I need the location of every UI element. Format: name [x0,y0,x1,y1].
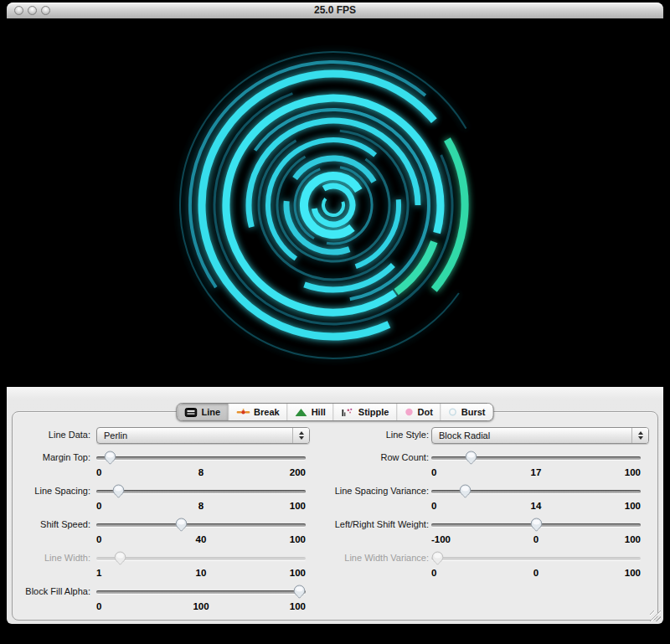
slider-row-block-fill-alpha: Block Fill Alpha:0100100 [7,583,325,616]
tab-label: Line [201,407,220,417]
tab-line[interactable]: Line [177,404,229,420]
margin-top-label: Margin Top: [7,452,90,464]
line-spacing-variance-slider-track[interactable] [431,490,641,493]
resize-grip-icon[interactable] [650,611,661,621]
line-spacing-values: 08100 [96,501,306,513]
slider-row-shift-speed: Shift Speed:040100 [7,516,325,549]
line-width-value: 10 [96,568,306,578]
line-width-variance-values: 00100 [431,568,641,580]
minimize-button[interactable] [28,6,37,15]
title-bar[interactable]: 25.0 FPS [7,3,663,19]
tab-break[interactable]: Break [229,404,288,420]
slider-row-line-width-variance: Line Width Variance:00100 [291,549,610,583]
block-fill-alpha-value: 100 [96,601,306,611]
tab-stipple[interactable]: Stipple [334,404,398,420]
block-fill-alpha-slider-track[interactable] [96,590,306,594]
line-data-popup[interactable]: Perlin [96,427,310,444]
slider-row-margin-top: Margin Top:08200 [7,449,325,482]
line-data-label: Line Data: [7,430,90,441]
line-spacing-variance-values: 014100 [431,501,641,513]
line-spacing-variance-slider-thumb[interactable] [459,484,472,498]
line-spacing-variance-max: 100 [625,501,641,511]
line-width-slider-track[interactable] [96,557,306,560]
shift-speed-values: 040100 [96,534,306,546]
line-icon [184,408,197,417]
line-spacing-label: Line Spacing: [7,486,90,497]
zoom-button[interactable] [41,6,50,15]
slider-row-row-count: Row Count:017100 [291,449,610,482]
stipple-icon [342,408,354,417]
line-width-variance-slider-track[interactable] [431,557,641,560]
line-spacing-slider-track[interactable] [96,490,306,493]
dot-icon [405,408,413,416]
tab-bar: LineBreakHillStippleDotBurst [176,403,493,421]
shift-speed-slider-thumb[interactable] [175,518,188,532]
block-fill-alpha-slider-thumb[interactable] [293,585,306,599]
line-style-value: Block Radial [439,430,490,440]
block-fill-alpha-values: 0100100 [96,601,306,613]
control-panel: LineBreakHillStippleDotBurst Line Data: … [7,387,663,624]
line-width-variance-slider-thumb[interactable] [431,551,444,565]
burst-icon [449,408,457,416]
line-width-values: 110100 [96,568,306,580]
leftright-shift-weight-label: Left/Right Shift Weight: [291,519,429,531]
row-count-max: 100 [625,467,641,477]
line-style-label: Line Style: [303,430,429,441]
traffic-lights [14,6,50,15]
leftright-shift-weight-max: 100 [625,534,641,544]
tab-label: Break [254,407,280,417]
slider-row-leftright-shift-weight: Left/Right Shift Weight:-1000100 [291,516,610,549]
line-style-popup[interactable]: Block Radial [431,427,649,444]
block-fill-alpha-label: Block Fill Alpha: [7,586,90,598]
line-width-slider-thumb[interactable] [114,551,126,565]
margin-top-value: 8 [96,467,306,477]
margin-top-values: 08200 [96,467,306,479]
shift-speed-slider-track[interactable] [96,523,306,527]
slider-row-line-spacing-variance: Line Spacing Variance:014100 [291,482,610,516]
hill-icon [296,409,307,416]
render-canvas [0,18,670,387]
row-count-slider-thumb[interactable] [465,451,477,465]
row-count-value: 17 [431,467,641,477]
tab-hill[interactable]: Hill [288,404,334,420]
leftright-shift-weight-slider-thumb[interactable] [530,518,543,532]
line-spacing-value: 8 [96,501,306,511]
tab-label: Hill [312,407,326,417]
line-data-value: Perlin [104,430,127,440]
line-width-variance-value: 0 [431,568,641,578]
line-width-variance-label: Line Width Variance: [291,553,429,564]
popup-arrows-icon [631,428,648,443]
line-spacing-variance-label: Line Spacing Variance: [291,486,429,497]
row-count-values: 017100 [431,467,641,479]
break-icon [236,408,250,416]
line-spacing-variance-value: 14 [431,501,641,511]
shift-speed-value: 40 [96,534,306,544]
shift-speed-label: Shift Speed: [7,519,90,531]
close-button[interactable] [14,6,23,15]
line-width-label: Line Width: [7,553,90,564]
line-spacing-slider-thumb[interactable] [112,484,125,498]
leftright-shift-weight-values: -1000100 [431,534,641,546]
margin-top-slider-thumb[interactable] [104,451,116,465]
slider-row-line-width: Line Width:110100 [7,549,325,583]
tab-burst[interactable]: Burst [441,404,493,420]
row-count-slider-track[interactable] [431,456,641,460]
margin-top-slider-track[interactable] [96,456,306,460]
tab-dot[interactable]: Dot [397,404,441,420]
tab-label: Dot [417,407,432,417]
window-title: 25.0 FPS [7,3,663,18]
block-fill-alpha-max: 100 [290,601,306,611]
leftright-shift-weight-value: 0 [431,534,641,544]
slider-row-line-spacing: Line Spacing:08100 [7,482,325,516]
line-width-variance-max: 100 [625,568,641,578]
leftright-shift-weight-slider-track[interactable] [431,523,641,527]
row-count-label: Row Count: [291,452,429,464]
tab-label: Burst [461,407,486,417]
tab-label: Stipple [358,407,389,417]
